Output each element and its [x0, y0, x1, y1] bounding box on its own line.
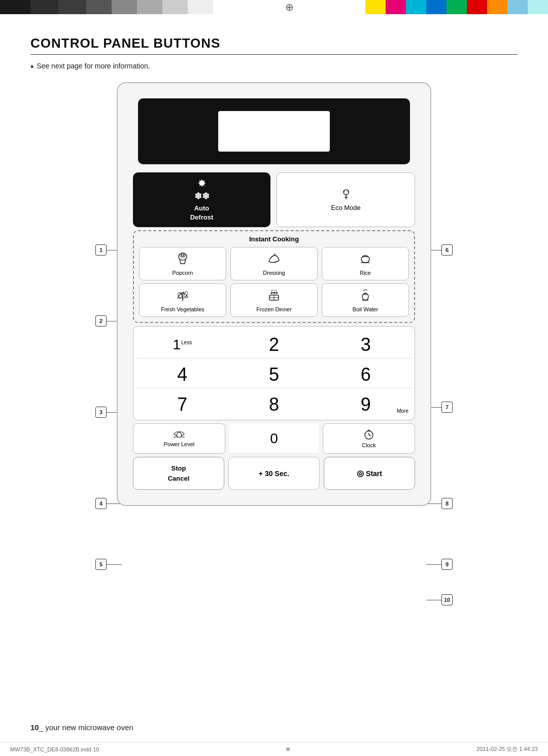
frozen-dinner-icon: ✱✱✱	[267, 288, 281, 304]
rice-icon	[358, 251, 372, 268]
num-3-button[interactable]: 3	[320, 329, 412, 358]
popcorn-button[interactable]: Popcorn	[139, 247, 226, 280]
display-screen	[138, 98, 410, 164]
clock-button[interactable]: Clock	[323, 423, 415, 454]
popcorn-icon	[176, 251, 190, 268]
frozen-dinner-button[interactable]: ✱✱✱ Frozen Dinner	[230, 283, 318, 317]
start-label: Start	[366, 470, 382, 478]
auto-defrost-label: Auto Defrost	[190, 204, 214, 222]
eco-mode-icon	[339, 188, 353, 203]
stop-label: Stop	[172, 463, 186, 474]
boil-water-button[interactable]: Boil Water	[322, 283, 409, 317]
callout-3: 3	[95, 407, 107, 418]
top-buttons-row: ✸❄❄ Auto Defrost	[133, 172, 415, 228]
num-0-button[interactable]: 0	[229, 423, 319, 454]
numpad-row-3: 7 8 9More	[136, 388, 412, 418]
clock-label: Clock	[362, 442, 376, 448]
page-title: CONTROL PANEL BUTTONS	[30, 35, 518, 51]
callout-5: 5	[95, 559, 107, 570]
rice-button[interactable]: Rice	[322, 247, 409, 280]
title-divider	[30, 54, 518, 55]
callout-4: 4	[95, 498, 107, 509]
num-5-button[interactable]: 5	[228, 358, 320, 388]
line-9	[426, 564, 441, 565]
eco-mode-button[interactable]: Eco Mode	[277, 172, 415, 228]
cancel-label: Cancel	[168, 474, 190, 484]
crosshair-icon: ⊕	[285, 1, 294, 13]
callout-1: 1	[95, 244, 107, 256]
rice-label: Rice	[360, 270, 371, 276]
footer-text: _ your new microwave oven	[39, 723, 133, 732]
instant-cooking-label: Instant Cooking	[139, 235, 409, 243]
svg-line-22	[369, 435, 371, 436]
num-2-button[interactable]: 2	[228, 329, 320, 358]
eco-mode-label: Eco Mode	[331, 204, 361, 211]
control-panel: ✸❄❄ Auto Defrost	[117, 82, 431, 507]
callout-8: 8	[441, 498, 453, 509]
dressing-label: Dressing	[263, 270, 285, 276]
numpad-row-2: 4 5 6	[136, 358, 412, 388]
boil-water-label: Boil Water	[353, 306, 378, 312]
callout-10: 10	[441, 594, 453, 605]
footer-page-num: 10	[30, 723, 39, 732]
svg-point-10	[183, 256, 185, 258]
dressing-icon	[267, 251, 281, 268]
bullet-icon: •	[30, 62, 33, 73]
dressing-button[interactable]: Dressing	[230, 247, 318, 280]
power-level-icon	[172, 429, 186, 440]
numpad-row-1: 1Less 2 3	[136, 329, 412, 358]
line-10	[426, 600, 441, 600]
num-1-button[interactable]: 1Less	[136, 329, 228, 358]
subtitle: • See next page for more information.	[30, 62, 518, 73]
frozen-dinner-label: Frozen Dinner	[256, 306, 292, 312]
footer-right: 2011-02-25 오전 1:44:23	[476, 745, 538, 753]
color-bar-bottom: MW73B_XTC_DE8-03862B.indd 10 ⊕ 2011-02-2…	[0, 742, 548, 756]
popcorn-label: Popcorn	[173, 270, 193, 276]
boil-water-icon	[358, 288, 372, 304]
stop-cancel-button[interactable]: Stop Cancel	[133, 457, 224, 490]
plus-30sec-button[interactable]: + 30 Sec.	[228, 457, 320, 490]
start-icon: ◎	[357, 469, 364, 478]
subtitle-text: See next page for more information.	[37, 62, 150, 70]
fresh-vegetables-button[interactable]: Fresh Vegetables	[139, 283, 226, 317]
fresh-vegetables-label: Fresh Vegetables	[161, 306, 204, 312]
power-level-button[interactable]: Power Level	[133, 423, 225, 454]
ic-row-1: Popcorn Dressing	[139, 247, 409, 280]
line-5	[107, 564, 122, 565]
svg-point-9	[181, 256, 183, 258]
color-bar-top: ⊕	[0, 0, 548, 14]
auto-defrost-button[interactable]: ✸❄❄ Auto Defrost	[133, 172, 270, 228]
num-9-sub: More	[397, 409, 408, 414]
auto-defrost-icon: ✸❄❄	[194, 177, 210, 203]
numpad: 1Less 2 3 4 5 6 7 8 9More	[133, 326, 415, 420]
footer-crosshair: ⊕	[286, 746, 290, 752]
page-footer: 10_ your new microwave oven	[30, 723, 518, 732]
callout-2: 2	[95, 315, 107, 327]
bottom-row: Stop Cancel + 30 Sec. ◎ Start	[133, 457, 415, 490]
num-9-button[interactable]: 9More	[320, 388, 412, 418]
power-level-label: Power Level	[164, 441, 195, 447]
callout-9: 9	[441, 559, 453, 570]
clock-icon	[363, 429, 374, 441]
num-6-button[interactable]: 6	[320, 358, 412, 388]
num-7-button[interactable]: 7	[136, 388, 228, 418]
display-inner-screen	[218, 111, 330, 152]
footer-left: MW73B_XTC_DE8-03862B.indd 10	[10, 746, 99, 752]
instant-cooking-box: Instant Cooking	[133, 230, 415, 323]
start-button[interactable]: ◎ Start	[324, 457, 415, 490]
num-4-button[interactable]: 4	[136, 358, 228, 388]
svg-text:✱✱✱: ✱✱✱	[270, 292, 278, 295]
main-content: CONTROL PANEL BUTTONS • See next page fo…	[30, 20, 518, 736]
fresh-vegetables-icon	[176, 288, 190, 304]
callout-7: 7	[441, 402, 453, 413]
callout-6: 6	[441, 244, 453, 256]
plus-30sec-label: + 30 Sec.	[259, 470, 289, 478]
num-8-button[interactable]: 8	[228, 388, 320, 418]
num-1-sub: Less	[181, 340, 192, 345]
power-clock-row: Power Level 0 Clock	[133, 423, 415, 454]
ic-row-2: Fresh Vegetables ✱✱✱	[139, 283, 409, 317]
